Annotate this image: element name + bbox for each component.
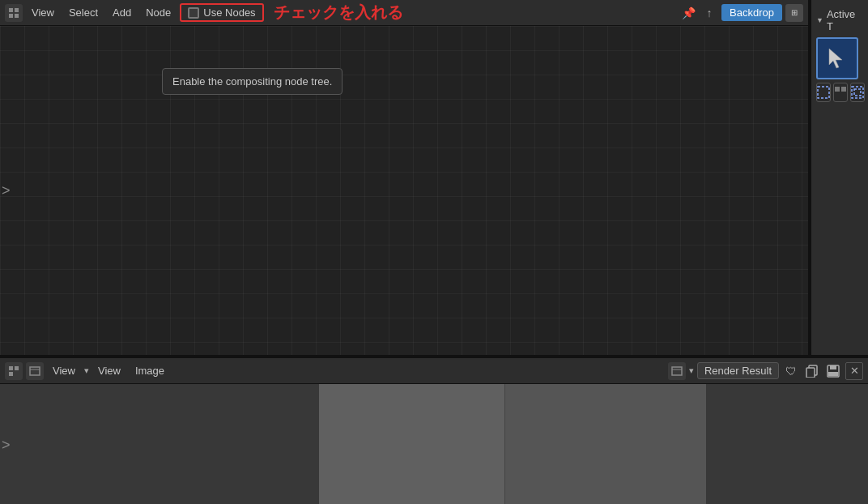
use-nodes-checkbox[interactable]: [188, 7, 199, 19]
node-editor: View Select Add Node Use Nodes チェックを入れる …: [0, 0, 810, 357]
svg-rect-10: [9, 366, 13, 370]
view-toggle-icon[interactable]: ⊞: [785, 4, 803, 22]
image-canvas: >: [0, 384, 868, 504]
svg-rect-21: [828, 372, 838, 376]
active-label: Active T: [827, 8, 863, 32]
render-left-panel: [319, 384, 505, 504]
svg-rect-12: [9, 372, 13, 376]
image-editor: View ▾ View Image ▾ Render Result 🛡: [0, 357, 868, 504]
image-menu-view[interactable]: View: [47, 362, 81, 379]
svg-rect-5: [818, 87, 829, 98]
image-menu-image[interactable]: Image: [130, 362, 170, 379]
render-dropdown-icon[interactable]: ▾: [689, 365, 694, 376]
image-menu-view2[interactable]: View: [92, 362, 126, 379]
backdrop-button[interactable]: Backdrop: [721, 4, 782, 21]
node-editor-topbar: View Select Add Node Use Nodes チェックを入れる …: [0, 0, 808, 26]
copy-icon[interactable]: [803, 362, 821, 380]
editor-type-icon[interactable]: [5, 4, 23, 22]
node-canvas: > Enable the compositing node tree.: [0, 26, 808, 355]
svg-rect-11: [15, 366, 19, 370]
svg-rect-15: [672, 367, 682, 375]
use-nodes-label: Use Nodes: [203, 6, 255, 19]
svg-rect-18: [806, 368, 815, 378]
use-nodes-button[interactable]: Use Nodes: [180, 3, 263, 22]
menu-select[interactable]: Select: [63, 4, 104, 21]
image-type-select-icon[interactable]: [668, 362, 686, 380]
render-result-label: Render Result: [697, 362, 779, 379]
use-nodes-tooltip: Enable the compositing node tree.: [162, 68, 343, 95]
image-left-arrow[interactable]: >: [0, 434, 12, 457]
save-icon[interactable]: [824, 362, 842, 380]
right-sidebar: ▼ Active T: [810, 0, 868, 357]
svg-rect-3: [15, 14, 19, 18]
close-icon[interactable]: ✕: [845, 362, 863, 380]
select-tool-button[interactable]: [816, 37, 858, 79]
tool-2[interactable]: [833, 83, 848, 102]
svg-rect-2: [9, 14, 13, 18]
render-right-panel: [505, 384, 706, 504]
svg-rect-8: [852, 87, 863, 98]
svg-rect-6: [835, 87, 840, 92]
image-editor-type-icon[interactable]: [5, 362, 23, 380]
sidebar-collapse-icon[interactable]: ▼: [816, 16, 823, 24]
tooltip-text: Enable the compositing node tree.: [172, 75, 332, 88]
svg-rect-20: [830, 365, 836, 369]
image-view-icon[interactable]: [26, 362, 44, 380]
render-preview: [319, 384, 706, 504]
svg-rect-7: [841, 87, 846, 92]
up-arrow-icon[interactable]: ↑: [700, 4, 718, 22]
menu-node[interactable]: Node: [140, 4, 177, 21]
box-select-tool[interactable]: [816, 83, 831, 102]
image-view-dropdown-icon[interactable]: ▾: [84, 365, 89, 376]
annotation-text: チェックを入れる: [274, 2, 403, 23]
svg-rect-13: [30, 367, 40, 375]
tool-3[interactable]: [850, 83, 865, 102]
canvas-left-arrow[interactable]: >: [0, 179, 12, 203]
shield-icon[interactable]: 🛡: [782, 362, 800, 380]
svg-marker-4: [829, 49, 842, 68]
sidebar-header: ▼ Active T: [811, 6, 868, 34]
cursor-icon: [826, 47, 849, 70]
svg-rect-1: [15, 8, 19, 12]
svg-rect-9: [854, 89, 861, 96]
sidebar-tools-row: [816, 83, 863, 102]
svg-rect-0: [9, 8, 13, 12]
menu-view[interactable]: View: [26, 4, 60, 21]
pin-icon[interactable]: 📌: [679, 4, 697, 22]
menu-add[interactable]: Add: [107, 4, 137, 21]
image-editor-topbar: View ▾ View Image ▾ Render Result 🛡: [0, 358, 868, 384]
